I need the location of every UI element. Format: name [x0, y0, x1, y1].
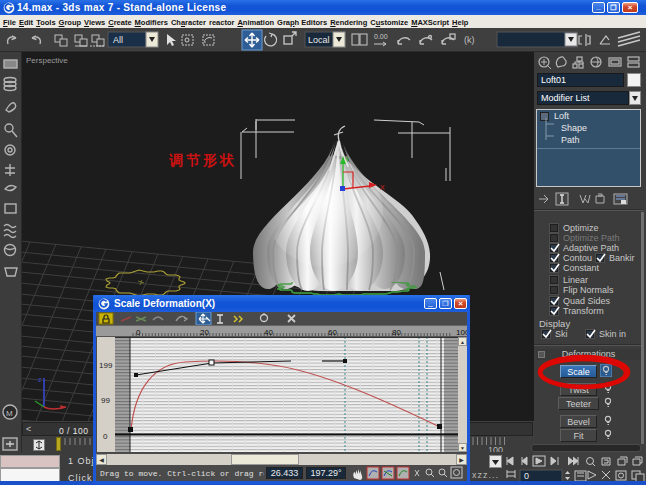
svg-text:0: 0	[103, 432, 108, 441]
svg-text:60: 60	[328, 328, 337, 337]
svg-text:z: z	[38, 376, 42, 383]
svg-text:Y: Y	[345, 156, 350, 163]
svg-text:(k): (k)	[464, 35, 475, 45]
svg-text:Local: Local	[308, 35, 330, 45]
svg-text:80: 80	[392, 328, 401, 337]
svg-text:100: 100	[456, 328, 467, 337]
svg-text:X: X	[380, 184, 385, 191]
svg-text:0: 0	[136, 328, 141, 337]
svg-text:20: 20	[200, 328, 209, 337]
svg-text:0.00: 0.00	[374, 33, 388, 40]
svg-text:M: M	[6, 409, 13, 418]
svg-text:40: 40	[264, 328, 273, 337]
svg-text:199: 199	[99, 361, 113, 370]
svg-text:99: 99	[101, 396, 110, 405]
svg-text:All: All	[113, 35, 123, 45]
svg-text:0: 0	[524, 471, 529, 481]
